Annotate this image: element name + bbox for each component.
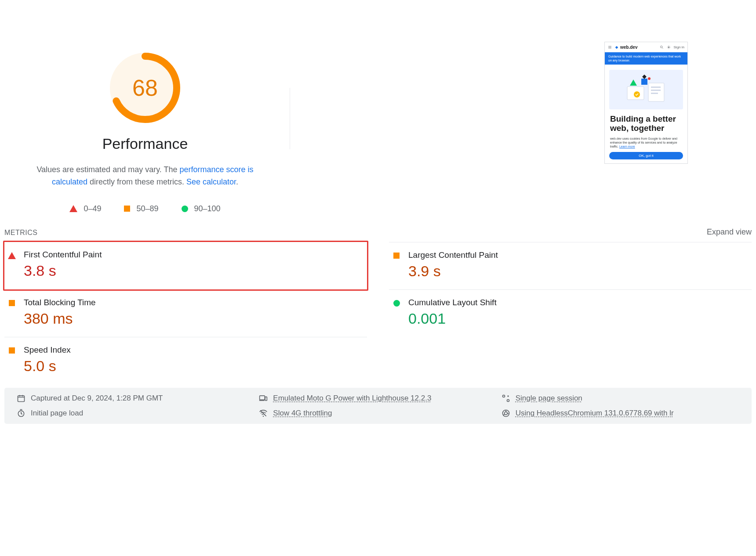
see-calculator-link[interactable]: See calculator bbox=[186, 177, 236, 186]
preview-brand-text: web.dev bbox=[620, 45, 637, 50]
score-description: Values are estimated and may vary. The p… bbox=[22, 164, 268, 188]
preview-topbar: web.dev Sign in bbox=[605, 42, 687, 52]
metric-fcp[interactable]: First Contentful Paint 3.8 s bbox=[3, 241, 368, 291]
score-label: Performance bbox=[102, 135, 188, 152]
svg-point-23 bbox=[504, 412, 507, 415]
legend-medium: 50–89 bbox=[124, 204, 158, 213]
square-icon bbox=[124, 206, 130, 212]
legend-poor-label: 0–49 bbox=[84, 204, 101, 213]
svg-point-19 bbox=[507, 395, 509, 397]
metric-value: 380 ms bbox=[24, 310, 96, 327]
env-captured: Captured at Dec 9, 2024, 1:28 PM GMT bbox=[17, 394, 254, 403]
score-value: 68 bbox=[110, 53, 180, 123]
square-icon bbox=[393, 253, 400, 259]
env-device[interactable]: Emulated Moto G Power with Lighthouse 12… bbox=[259, 394, 497, 403]
page-preview: web.dev Sign in Guidance to build modern… bbox=[604, 0, 752, 213]
metric-value: 0.001 bbox=[408, 310, 497, 327]
env-captured-prefix: Captured at bbox=[31, 394, 72, 402]
preview-banner: Guidance to build modern web experiences… bbox=[605, 52, 687, 65]
svg-marker-7 bbox=[630, 79, 637, 86]
metric-name: Speed Index bbox=[24, 345, 71, 355]
svg-point-17 bbox=[502, 395, 505, 397]
score-legend: 0–49 50–89 90–100 bbox=[69, 204, 220, 213]
env-device-text: Emulated Moto G Power with Lighthouse 12… bbox=[273, 394, 431, 403]
metric-name: First Contentful Paint bbox=[24, 250, 102, 260]
svg-rect-13 bbox=[651, 93, 658, 94]
svg-rect-8 bbox=[642, 75, 647, 79]
triangle-icon bbox=[69, 205, 77, 212]
menu-icon bbox=[608, 45, 612, 49]
legend-good: 90–100 bbox=[182, 204, 221, 213]
env-browser-text: Using HeadlessChromium 131.0.6778.69 wit… bbox=[516, 409, 674, 418]
legend-poor: 0–49 bbox=[69, 204, 101, 213]
metric-cls[interactable]: Cumulative Layout Shift 0.001 bbox=[389, 289, 752, 337]
legend-good-label: 90–100 bbox=[194, 204, 221, 213]
env-session[interactable]: Single page session bbox=[502, 394, 739, 403]
preview-frame: web.dev Sign in Guidance to build modern… bbox=[604, 42, 688, 164]
calendar-icon bbox=[17, 394, 25, 403]
metric-lcp[interactable]: Largest Contentful Paint 3.9 s bbox=[389, 242, 752, 289]
env-throttling[interactable]: Slow 4G throttling bbox=[259, 409, 497, 418]
svg-rect-6 bbox=[641, 79, 647, 85]
svg-rect-12 bbox=[651, 90, 661, 91]
svg-rect-5 bbox=[648, 83, 664, 101]
svg-rect-15 bbox=[260, 396, 265, 400]
preview-ok-button: OK, got it bbox=[609, 152, 683, 159]
preview-signin: Sign in bbox=[674, 45, 684, 49]
triangle-icon bbox=[8, 252, 16, 259]
performance-summary: 68 Performance Values are estimated and … bbox=[4, 0, 286, 213]
metric-name: Total Blocking Time bbox=[24, 298, 96, 307]
metric-name: Cumulative Layout Shift bbox=[408, 298, 497, 307]
env-browser[interactable]: Using HeadlessChromium 131.0.6778.69 wit… bbox=[502, 409, 739, 418]
legend-med-label: 50–89 bbox=[136, 204, 158, 213]
preview-headline: Building a better web, together bbox=[605, 111, 687, 134]
metric-name: Largest Contentful Paint bbox=[408, 250, 498, 260]
env-load: Initial page load bbox=[17, 409, 254, 418]
circle-icon bbox=[182, 206, 188, 212]
env-captured-time: Dec 9, 2024, 1:28 PM GMT bbox=[72, 394, 163, 402]
environment-bar: Captured at Dec 9, 2024, 1:28 PM GMT Emu… bbox=[4, 388, 752, 424]
metric-value: 5.0 s bbox=[24, 357, 71, 375]
metrics-grid: First Contentful Paint 3.8 s Largest Con… bbox=[4, 242, 752, 384]
search-icon bbox=[660, 45, 664, 49]
metric-value: 3.8 s bbox=[24, 262, 102, 279]
network-icon bbox=[259, 409, 268, 418]
score-desc-text: Values are estimated and may vary. The bbox=[36, 165, 179, 174]
score-desc-text2: directly from these metrics. bbox=[87, 177, 186, 186]
brightness-icon bbox=[667, 45, 671, 49]
preview-cookie-link: Learn more bbox=[619, 145, 635, 148]
svg-rect-14 bbox=[18, 396, 25, 401]
square-icon bbox=[9, 300, 15, 306]
brand-icon bbox=[614, 45, 619, 50]
timer-icon bbox=[17, 409, 25, 418]
svg-point-9 bbox=[648, 77, 651, 80]
metric-tbt[interactable]: Total Blocking Time 380 ms bbox=[4, 289, 367, 337]
score-gauge: 68 bbox=[110, 53, 180, 123]
circle-icon bbox=[393, 300, 400, 307]
preview-brand: web.dev bbox=[614, 45, 637, 50]
env-throttling-text: Slow 4G throttling bbox=[273, 409, 332, 418]
svg-rect-16 bbox=[265, 397, 267, 400]
svg-point-21 bbox=[263, 415, 264, 417]
env-session-text: Single page session bbox=[516, 394, 582, 403]
session-icon bbox=[502, 394, 510, 403]
svg-point-2 bbox=[660, 46, 662, 48]
square-icon bbox=[9, 347, 15, 354]
devices-icon bbox=[259, 394, 268, 403]
metric-value: 3.9 s bbox=[408, 263, 498, 280]
metrics-header: METRICS Expand view bbox=[4, 222, 752, 242]
chrome-icon bbox=[502, 409, 510, 418]
score-desc-period: . bbox=[236, 177, 238, 186]
expand-view-link[interactable]: Expand view bbox=[707, 227, 752, 237]
svg-rect-11 bbox=[651, 87, 661, 88]
metric-si[interactable]: Speed Index 5.0 s bbox=[4, 337, 367, 384]
divider bbox=[290, 88, 290, 149]
preview-cookie-notice: web.dev uses cookies from Google to deli… bbox=[605, 134, 687, 149]
metrics-section-label: METRICS bbox=[4, 229, 38, 237]
svg-point-3 bbox=[668, 47, 669, 48]
env-load-text: Initial page load bbox=[31, 409, 83, 418]
svg-point-18 bbox=[507, 399, 509, 401]
preview-hero bbox=[609, 70, 683, 109]
